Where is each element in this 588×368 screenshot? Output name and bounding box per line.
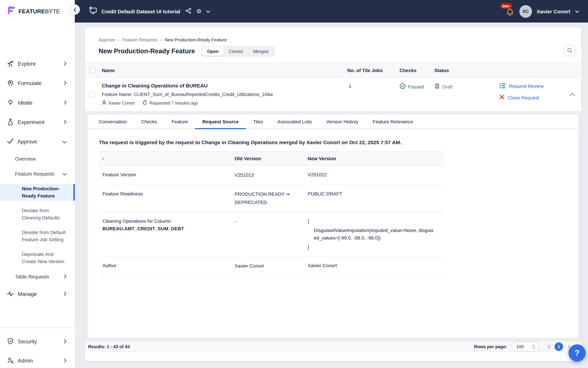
user-menu-chevron-down-icon[interactable] <box>575 8 579 14</box>
sidebar-item-feature-requests[interactable]: Feature Requests <box>0 168 75 180</box>
column-header-checks: Checks <box>400 67 417 73</box>
catalog-chevron-down-icon[interactable] <box>206 8 210 14</box>
request-feature-name: Feature Name: CLIENT_Sum_of_BureauReport… <box>102 92 273 97</box>
sidebar-item-explore[interactable]: Explore <box>0 57 75 71</box>
row-checkbox[interactable] <box>89 92 96 98</box>
user-avatar[interactable]: XC <box>519 5 532 18</box>
table-row-feature-readiness: Feature Readiness PRODUCTION READY ⇒ DEP… <box>99 185 444 212</box>
select-all-checkbox[interactable] <box>89 67 96 73</box>
sidebar-item-manage[interactable]: Manage <box>0 287 75 301</box>
notifications-button[interactable]: 999+ <box>506 8 514 18</box>
tab-version-history[interactable]: Version History <box>319 115 365 129</box>
tab-request-source[interactable]: Request Source <box>195 115 246 129</box>
top-bar: Credit Default Dataset UI tutorial ⚙ 999… <box>75 0 588 23</box>
tab-checks[interactable]: Checks <box>134 115 164 129</box>
sidebar-collapse-button[interactable] <box>70 4 80 15</box>
sidebar-item-new-production-ready-feature[interactable]: New Production-Ready Feature <box>0 184 75 201</box>
rows-per-page-select[interactable]: 100 <box>512 342 539 351</box>
sidebar-item-ideate[interactable]: Ideate <box>0 96 75 110</box>
status-badge: Draft <box>434 83 453 90</box>
chevron-right-icon <box>64 100 67 106</box>
card-bottom-padding <box>85 352 581 361</box>
catalog-selector[interactable]: Credit Default Dataset UI tutorial <box>89 7 180 16</box>
shield-check-icon <box>7 337 14 346</box>
column-header-name: Name <box>102 67 115 73</box>
tab-conversation[interactable]: Conversation <box>91 115 134 129</box>
request-requested-ago: Requested 7 minutes ago <box>149 101 198 105</box>
tab-feature-relevance[interactable]: Feature Relevance <box>365 115 420 129</box>
sidebar-item-formulate[interactable]: Formulate <box>0 76 75 90</box>
request-author: Xavier Conort <box>109 101 135 105</box>
catalog-monitor-icon <box>89 7 97 16</box>
sidebar-item-deviate-from-default-feature-job-setting[interactable]: Deviate from Default Feature Job Setting <box>0 228 75 244</box>
sidebar-item-admin[interactable]: Admin <box>0 354 75 368</box>
checks-status: Passed <box>400 83 424 90</box>
pulse-icon <box>7 290 14 298</box>
breadcrumb-current: New Production-Ready Feature <box>165 37 227 42</box>
sidebar-item-overview[interactable]: Overview <box>0 153 75 165</box>
breadcrumb-separator: › <box>160 37 162 42</box>
sidebar-item-experiment[interactable]: Experiment <box>0 116 75 129</box>
sidebar-item-deprecate-and-create-new-version[interactable]: Deprecate And Create New Version <box>0 250 75 266</box>
tab-tiles[interactable]: Tiles <box>246 115 270 129</box>
comparison-header-new: New Version <box>304 155 444 162</box>
breadcrumb-separator: › <box>118 37 119 42</box>
telescope-icon <box>7 60 14 68</box>
chevron-right-icon <box>64 358 67 364</box>
sidebar-item-approve[interactable]: Approve <box>0 135 75 149</box>
request-review-button[interactable]: Request Review <box>499 82 543 90</box>
share-icon[interactable] <box>185 7 192 15</box>
meta-divider <box>138 101 139 105</box>
app-viewport: Credit Default Dataset UI tutorial ⚙ 999… <box>0 0 588 368</box>
close-request-button[interactable]: Close Request <box>499 94 543 101</box>
column-header-tile-jobs: No. of Tile Jobs <box>347 67 383 73</box>
chevron-right-icon <box>64 291 67 297</box>
search-icon <box>567 47 572 55</box>
chevron-right-icon <box>64 80 67 86</box>
breadcrumb-feature-requests[interactable]: Feature Requests <box>122 37 158 42</box>
row-actions: Request Review Close Request <box>499 82 543 101</box>
detail-tabs: Conversation Checks Feature Request Sour… <box>88 115 578 129</box>
select-spinner-icon <box>532 344 535 349</box>
sidebar: FEATUREBYTE Explore Formulate <box>0 0 75 368</box>
sidebar-item-table-requests[interactable]: Table Requests <box>0 271 75 283</box>
pagination: 1 <box>545 342 573 351</box>
filter-closed-button[interactable]: Closed <box>224 47 248 56</box>
filter-open-button[interactable]: Open <box>202 47 224 56</box>
page-number-button[interactable]: 1 <box>554 342 563 351</box>
breadcrumb: Approve › Feature Requests › New Product… <box>99 37 227 42</box>
user-name: Xavier Conort <box>537 8 570 14</box>
request-title[interactable]: Change in Cleaning Operations of BUREAU <box>102 83 208 89</box>
request-detail-panel: Conversation Checks Feature Request Sour… <box>88 114 579 338</box>
breadcrumb-approve[interactable]: Approve <box>99 37 115 42</box>
user-search-icon <box>7 357 14 365</box>
tab-associated-lists[interactable]: Associated Lists <box>270 115 319 129</box>
results-count: Results: 1 - 43 of 43 <box>88 344 130 349</box>
lightbulb-icon <box>7 99 14 107</box>
comparison-header-dash: - <box>99 155 231 162</box>
chevron-down-icon <box>62 171 67 177</box>
help-button[interactable]: ? <box>569 344 586 361</box>
feature-requests-card: Approve › Feature Requests › New Product… <box>85 27 581 361</box>
table-row-author: Author Xavier Conort Xavier Conort <box>99 257 444 276</box>
collapse-row-button[interactable] <box>570 92 575 98</box>
previous-page-button[interactable] <box>545 343 552 350</box>
request-source-content: The request is triggered by the request … <box>88 129 578 338</box>
page-title: New Production-Ready Feature <box>99 47 195 55</box>
check-circle-icon <box>400 83 406 90</box>
check-icon <box>7 138 14 146</box>
settings-gear-icon[interactable]: ⚙ <box>196 8 202 14</box>
version-comparison-table: - Old Version New Version Feature Versio… <box>99 151 444 276</box>
tab-feature[interactable]: Feature <box>164 115 195 129</box>
sidebar-item-security[interactable]: Security <box>0 335 75 349</box>
table-row-feature-version: Feature Version V251013 V251022 <box>99 166 444 185</box>
user-icon <box>102 100 107 106</box>
request-source-heading: The request is triggered by the request … <box>99 139 567 145</box>
feature-request-row[interactable]: Change in Cleaning Operations of BUREAU … <box>85 78 581 111</box>
sidebar-item-deviate-from-cleaning-defaults[interactable]: Deviate from Cleaning Defaults <box>0 206 75 222</box>
comparison-header-row: - Old Version New Version <box>99 151 444 166</box>
filter-merged-button[interactable]: Merged <box>248 47 273 56</box>
search-button[interactable] <box>563 45 576 57</box>
chevron-down-icon <box>62 139 67 145</box>
results-footer: Results: 1 - 43 of 43 Rows per page: 100… <box>85 341 581 352</box>
